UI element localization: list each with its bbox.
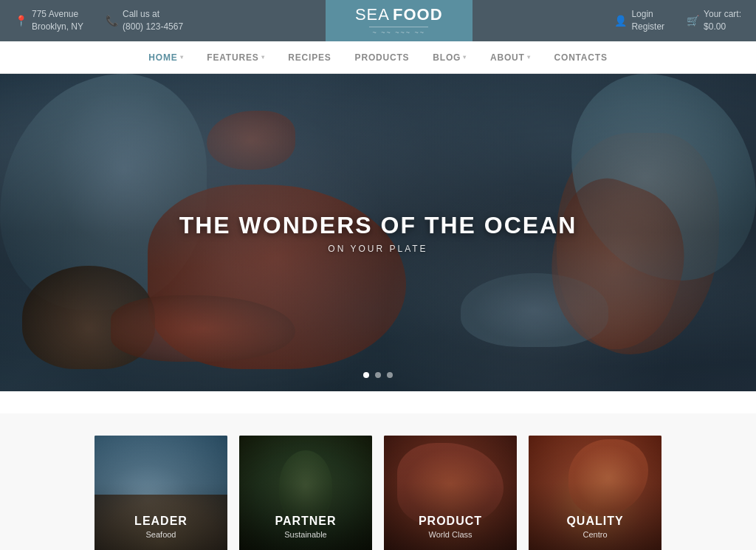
hero-title: THE WONDERS OF THE OCEAN [179,212,577,239]
phone-line2: (800) 123-4567 [123,21,183,33]
card-leader[interactable]: LEADER Seafood [94,436,227,550]
cart-amount: $0.00 [704,21,741,33]
nav-features[interactable]: FEATURES ▾ [195,41,276,74]
hero-dots [363,372,393,378]
nav-products[interactable]: PRODUCTS [343,41,422,74]
card-text-leader: LEADER Seafood [94,515,227,539]
phone-icon: 📞 [106,15,118,27]
nav-about[interactable]: ABOUT ▾ [478,41,542,74]
cart-info[interactable]: 🛒 Your cart: $0.00 [687,8,741,33]
hero-text: THE WONDERS OF THE OCEAN ON YOUR PLATE [179,212,577,254]
brand-food: FOOD [393,5,443,24]
login-link[interactable]: Login [631,8,664,21]
auth-links[interactable]: 👤 Login Register [614,8,664,33]
brand-tagline: ~ ~~ ~~~ ~~ [372,29,425,36]
user-icon: 👤 [614,15,627,27]
address-line2: Brooklyn, NY [32,21,83,33]
dot-1[interactable] [363,372,369,378]
dot-2[interactable] [375,372,381,378]
card-quality[interactable]: QUALITY Centro [529,436,662,550]
chevron-down-icon: ▾ [261,54,265,61]
card-text-quality: QUALITY Centro [529,515,662,539]
card-subtitle-product: World Class [384,530,517,539]
card-partner[interactable]: PARTNER Sustainable [239,436,372,550]
address-info: 📍 775 Avenue Brooklyn, NY [15,8,83,33]
card-title-partner: PARTNER [239,515,372,528]
card-text-product: PRODUCT World Class [384,515,517,539]
card-subtitle-quality: Centro [529,530,662,539]
phone-info: 📞 Call us at (800) 123-4567 [106,8,183,33]
card-text-partner: PARTNER Sustainable [239,515,372,539]
phone-stack: Call us at (800) 123-4567 [123,8,183,33]
top-bar: 📍 775 Avenue Brooklyn, NY 📞 Call us at (… [0,0,756,41]
nav-contacts[interactable]: CONTACTS [543,41,619,74]
card-title-leader: LEADER [94,515,227,528]
brand-logo[interactable]: SEA FOOD ~ ~~ ~~~ ~~ [326,0,472,41]
brand-sea: SEA [355,5,390,24]
location-icon: 📍 [15,15,27,27]
chevron-down-icon: ▾ [463,54,467,61]
card-title-product: PRODUCT [384,515,517,528]
phone-line1: Call us at [123,8,183,21]
hero-subtitle: ON YOUR PLATE [179,244,577,254]
chevron-down-icon: ▾ [180,54,184,61]
spacer [0,391,756,413]
top-bar-left: 📍 775 Avenue Brooklyn, NY 📞 Call us at (… [15,8,183,33]
card-subtitle-partner: Sustainable [239,530,372,539]
card-product[interactable]: PRODUCT World Class [384,436,517,550]
address-line1: 775 Avenue [32,8,83,21]
cart-label: Your cart: [704,8,741,21]
card-subtitle-leader: Seafood [94,530,227,539]
dot-3[interactable] [387,372,393,378]
main-nav: HOME ▾ FEATURES ▾ RECIPES PRODUCTS BLOG … [0,41,756,74]
register-link[interactable]: Register [631,21,664,33]
nav-blog[interactable]: BLOG ▾ [421,41,478,74]
cart-icon: 🛒 [687,15,699,27]
chevron-down-icon: ▾ [527,54,531,61]
nav-home[interactable]: HOME ▾ [137,41,195,74]
hero-section: THE WONDERS OF THE OCEAN ON YOUR PLATE [0,74,756,391]
top-bar-right: 👤 Login Register 🛒 Your cart: $0.00 [614,8,741,33]
nav-recipes[interactable]: RECIPES [276,41,343,74]
address-stack: 775 Avenue Brooklyn, NY [32,8,83,33]
card-title-quality: QUALITY [529,515,662,528]
cards-section: LEADER Seafood PARTNER Sustainable PRODU… [0,413,756,550]
